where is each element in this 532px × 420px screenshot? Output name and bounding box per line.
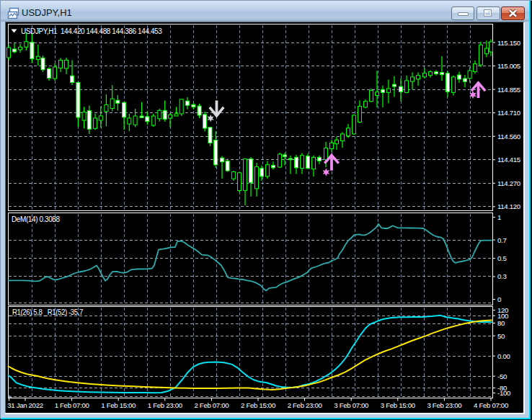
svg-text:114.855: 114.855 [497, 86, 520, 94]
svg-text:50: 50 [497, 332, 505, 340]
svg-text:114.560: 114.560 [497, 133, 521, 140]
svg-text:114.270: 114.270 [497, 179, 521, 187]
svg-text:0.3: 0.3 [497, 272, 506, 280]
svg-text:3 Feb 23:00: 3 Feb 23:00 [427, 401, 462, 409]
svg-text:3 Feb 07:00: 3 Feb 07:00 [334, 401, 369, 409]
svg-text:2 Feb 23:00: 2 Feb 23:00 [288, 401, 323, 409]
svg-text:2 Feb 15:00: 2 Feb 15:00 [241, 401, 276, 409]
svg-text:115.150: 115.150 [497, 39, 521, 47]
svg-text:-100: -100 [497, 389, 511, 397]
svg-text:DeM(14) 0.3088: DeM(14) 0.3088 [12, 215, 60, 223]
svg-text:USDJPY,H1 144.420 144.488 144: USDJPY,H1 144.420 144.488 144.386 144.45… [21, 27, 162, 35]
svg-text:114.415: 114.415 [497, 156, 520, 164]
svg-text:114.710: 114.710 [497, 109, 521, 117]
svg-text:_R1(26) 5,8 _R1(52) -35,7: _R1(26) 5,8 _R1(52) -35,7 [8, 308, 84, 316]
svg-text:2 Feb 07:00: 2 Feb 07:00 [194, 401, 229, 409]
svg-text:0.00: 0.00 [497, 352, 510, 360]
svg-text:80: 80 [497, 319, 505, 327]
svg-text:-50: -50 [497, 372, 507, 380]
svg-text:4 Feb 07:00: 4 Feb 07:00 [474, 401, 509, 409]
svg-text:114.120: 114.120 [497, 202, 521, 210]
svg-text:115.005: 115.005 [497, 62, 520, 70]
svg-text:0.7: 0.7 [497, 236, 506, 244]
svg-text:1 Feb 23:00: 1 Feb 23:00 [148, 401, 183, 409]
svg-text:0: 0 [497, 295, 502, 303]
svg-text:31 Jan 2022: 31 Jan 2022 [7, 401, 43, 409]
svg-text:1 Feb 07:00: 1 Feb 07:00 [55, 401, 90, 409]
svg-text:1 Feb 15:00: 1 Feb 15:00 [101, 401, 136, 409]
svg-text:0.5: 0.5 [497, 254, 506, 262]
svg-text:1: 1 [497, 213, 501, 221]
svg-text:3 Feb 15:00: 3 Feb 15:00 [381, 401, 416, 409]
